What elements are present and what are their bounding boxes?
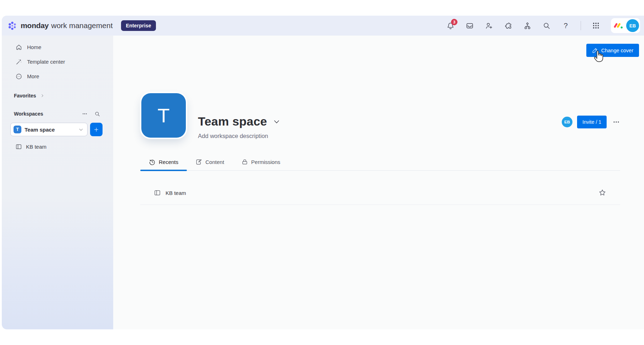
search-icon	[543, 22, 551, 30]
home-icon	[15, 44, 22, 51]
apps-marketplace-button[interactable]	[504, 21, 512, 30]
workspace-title[interactable]: Team space	[198, 115, 267, 128]
add-workspace-button[interactable]	[90, 123, 103, 136]
sidebar-item-label: Home	[27, 44, 41, 50]
grid-9-dots-icon	[592, 22, 600, 29]
question-mark-icon: ?	[564, 22, 567, 30]
wand-icon	[15, 58, 22, 65]
sidebar-item-more[interactable]: More	[2, 69, 113, 84]
workspaces-search-icon[interactable]	[94, 111, 100, 117]
search-button[interactable]	[542, 21, 551, 30]
sidebar-item-home[interactable]: Home	[2, 40, 113, 54]
cursor-pointer-hand	[592, 50, 605, 64]
brand-product-bold: monday	[21, 21, 49, 30]
workspace-header: T Team space Add workspace description E…	[141, 93, 620, 139]
board-row-label: KB team	[166, 190, 186, 196]
ellipsis-icon	[612, 118, 620, 126]
sidebar-board-label: KB team	[26, 144, 47, 150]
topbar-divider	[581, 21, 581, 30]
plus-icon	[93, 127, 99, 133]
sidebar-nav: Home Template center More	[2, 36, 113, 84]
main-content: Change cover T Team space Add workspace …	[113, 36, 644, 329]
tab-permissions[interactable]: Permissions	[233, 154, 289, 170]
sidebar: Home Template center More	[2, 36, 113, 329]
tab-label: Content	[205, 159, 224, 165]
sidebar-item-label: More	[27, 73, 39, 79]
tab-label: Recents	[159, 159, 178, 165]
inbox-button[interactable]	[465, 21, 474, 30]
sidebar-item-label: Template center	[27, 59, 65, 65]
puzzle-icon	[504, 22, 512, 30]
brand[interactable]: monday work management Enterprise	[7, 20, 156, 31]
favorites-label: Favorites	[14, 93, 36, 99]
plan-badge: Enterprise	[121, 20, 156, 31]
chevron-down-icon	[78, 127, 84, 132]
top-bar-actions: 3	[446, 18, 640, 33]
product-switcher-button[interactable]	[592, 21, 600, 30]
workspace-tabs: Recents Content Permissions	[140, 154, 620, 171]
tab-recents[interactable]: Recents	[140, 154, 187, 170]
inbox-icon	[466, 22, 474, 30]
account-pill: EB	[611, 18, 640, 33]
favorite-star-icon[interactable]	[598, 189, 607, 197]
document-edit-icon	[195, 159, 202, 165]
workspace-title-chevron-icon[interactable]	[273, 118, 281, 126]
user-avatar[interactable]: EB	[626, 19, 639, 32]
workspace-titles: Team space Add workspace description	[198, 93, 281, 139]
history-clock-icon	[149, 159, 156, 165]
board-icon	[154, 189, 161, 196]
invite-members-button[interactable]	[485, 21, 493, 30]
workspace-avatar[interactable]: T	[141, 93, 186, 138]
workspaces-options-icon[interactable]	[82, 111, 88, 117]
board-row-kb-team[interactable]: KB team	[140, 170, 620, 205]
workspaces-tools	[82, 111, 100, 117]
workspace-actions: EB Invite / 1	[562, 116, 620, 128]
monday-clover-logo-icon	[7, 21, 17, 31]
workspace-selector-row: T Team space	[2, 123, 113, 136]
org-structure-button[interactable]	[523, 21, 532, 30]
member-avatar[interactable]: EB	[562, 117, 572, 127]
org-chart-icon	[523, 22, 532, 30]
lock-icon	[241, 159, 248, 165]
brand-product-rest: work management	[51, 21, 113, 30]
change-cover-label: Change cover	[601, 48, 633, 53]
workspace-description-placeholder[interactable]: Add workspace description	[198, 133, 281, 139]
monday-mark-icon	[613, 22, 623, 30]
top-bar: monday work management Enterprise 3	[2, 16, 644, 36]
workspace-selector-name: Team space	[25, 127, 55, 133]
workspaces-label: Workspaces	[14, 111, 43, 117]
workspace-menu-button[interactable]	[612, 118, 620, 126]
favorites-section-toggle[interactable]: Favorites	[2, 89, 113, 103]
workspace-selector[interactable]: T Team space	[10, 123, 88, 136]
notifications-button[interactable]: 3	[446, 21, 455, 30]
chevron-right-icon	[40, 94, 44, 98]
notification-count-badge: 3	[451, 19, 457, 25]
recents-list: KB team	[140, 170, 620, 205]
tab-content[interactable]: Content	[187, 154, 233, 170]
sidebar-item-template-center[interactable]: Template center	[2, 54, 113, 69]
sidebar-board-kb-team[interactable]: KB team	[2, 139, 113, 154]
app-window: monday work management Enterprise 3	[2, 16, 644, 329]
tab-label: Permissions	[251, 159, 281, 165]
workspace-chip: T	[14, 126, 21, 133]
workspaces-section-header: Workspaces	[2, 107, 113, 121]
more-circle-icon	[15, 73, 22, 80]
invite-button[interactable]: Invite / 1	[577, 116, 607, 128]
person-plus-icon	[485, 22, 493, 30]
help-button[interactable]: ?	[561, 21, 570, 30]
board-icon	[15, 143, 22, 150]
